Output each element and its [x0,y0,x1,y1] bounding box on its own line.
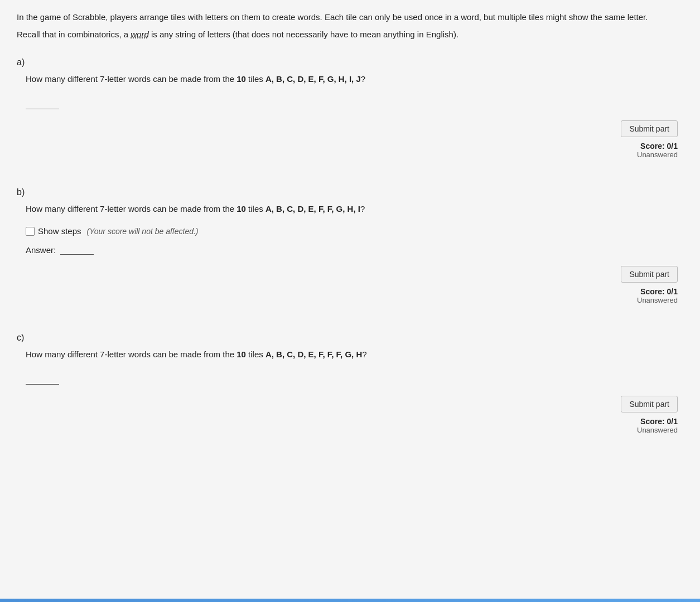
section-b-answer-input[interactable] [60,245,94,255]
section-c-score: Score: 0/1 [640,417,678,426]
section-a-tiles: A, B, C, D, E, F, G, H, I, J [265,74,361,84]
section-a: a) How many different 7-letter words can… [17,57,678,165]
section-b-tiles: A, B, C, D, E, F, F, G, H, I [265,204,360,213]
section-a-tile-count: 10 [236,74,246,84]
section-c-tiles: A, B, C, D, E, F, F, F, G, H [265,349,362,359]
show-steps-checkbox[interactable] [26,227,35,236]
section-c-submit-button[interactable]: Submit part [621,396,678,412]
intro-line2: Recall that in combinatorics, a word is … [17,28,678,41]
show-steps-label: Show steps [38,226,81,236]
section-b: b) How many different 7-letter words can… [17,187,678,311]
section-b-score: Score: 0/1 [640,287,678,296]
section-c-question: How many different 7-letter words can be… [26,348,678,361]
section-a-answer-line [26,97,59,109]
section-a-submit-button[interactable]: Submit part [621,120,678,137]
section-b-answer-row: Answer: [26,245,678,255]
section-a-question: How many different 7-letter words can be… [26,73,678,86]
section-b-label: b) [17,187,678,197]
section-b-question: How many different 7-letter words can be… [26,203,678,216]
show-steps-button[interactable]: Show steps [26,226,81,236]
section-c-answer-line [26,372,59,385]
section-c-label: c) [17,333,678,343]
section-b-status: Unanswered [637,296,678,304]
section-a-score: Score: 0/1 [640,142,678,151]
section-b-answer-label: Answer: [26,245,56,255]
section-b-submit-button[interactable]: Submit part [621,266,678,283]
bottom-bar [0,599,700,602]
score-note: (Your score will not be affected.) [87,227,199,236]
section-c: c) How many different 7-letter words can… [17,333,678,440]
intro-line1: In the game of Scrabble, players arrange… [17,11,678,24]
section-a-label: a) [17,57,678,67]
section-a-status: Unanswered [637,151,678,159]
section-c-tile-count: 10 [236,349,246,359]
page-container: In the game of Scrabble, players arrange… [0,0,700,602]
show-steps-row: Show steps (Your score will not be affec… [26,226,678,236]
section-b-tile-count: 10 [236,204,246,213]
section-c-status: Unanswered [637,426,678,434]
